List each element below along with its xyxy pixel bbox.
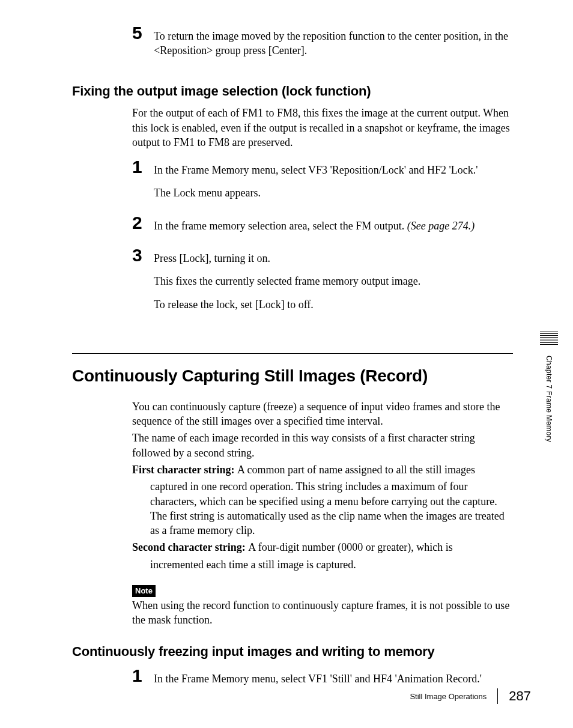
step-result: The Lock menu appears.: [154, 186, 513, 200]
page-footer: Still Image Operations 287: [410, 687, 531, 705]
step-body: Press [Lock], turning it on. This fixes …: [154, 246, 513, 320]
note-body: When using the record function to contin…: [132, 598, 513, 628]
heading-lock-function: Fixing the output image selection (lock …: [72, 82, 513, 100]
step-body: In the frame memory selection area, sele…: [154, 214, 513, 241]
step-text: To return the image moved by the reposit…: [154, 29, 513, 58]
step-body: In the Frame Memory menu, select VF3 'Re…: [154, 158, 513, 209]
def-second-body: incremented each time a still image is c…: [150, 557, 513, 572]
def-term: First character string:: [132, 464, 237, 476]
record-body: You can continuously capture (freeze) a …: [132, 399, 513, 627]
footer-section-title: Still Image Operations: [410, 691, 487, 702]
step-number: 3: [132, 246, 154, 264]
page-reference: (See page 274.): [407, 220, 474, 232]
def-inline: A four-digit number (0000 or greater), w…: [248, 541, 453, 553]
step-5: 5 To return the image moved by the repos…: [132, 24, 513, 67]
footer-divider: [497, 688, 498, 704]
footer-page-number: 287: [509, 687, 531, 705]
step-text: In the Frame Memory menu, select VF3 'Re…: [154, 163, 513, 177]
heading-freeze: Continuously freezing input images and w…: [72, 643, 513, 661]
def-second-string: Second character string: A four-digit nu…: [132, 540, 513, 554]
note-label: Note: [132, 585, 156, 597]
lock-step-2: 2 In the frame memory selection area, se…: [132, 214, 513, 241]
step-number: 5: [132, 24, 154, 42]
step-text: Press [Lock], turning it on.: [154, 251, 513, 265]
record-p1: You can continuously capture (freeze) a …: [132, 399, 513, 429]
step-number: 1: [132, 158, 154, 176]
page: Chapter 7 Frame Memory 5 To return the i…: [0, 0, 573, 723]
def-first-body: captured in one record operation. This s…: [150, 479, 513, 538]
step-number: 1: [132, 667, 154, 685]
def-first-string: First character string: A common part of…: [132, 463, 513, 477]
step-number: 2: [132, 214, 154, 232]
step-body: To return the image moved by the reposit…: [154, 24, 513, 67]
lock-step-1: 1 In the Frame Memory menu, select VF3 '…: [132, 158, 513, 209]
step-text: In the frame memory selection area, sele…: [154, 219, 513, 233]
lock-intro-block: For the output of each of FM1 to FM8, th…: [132, 106, 513, 320]
record-p2: The name of each image recorded in this …: [132, 431, 513, 460]
lock-intro: For the output of each of FM1 to FM8, th…: [132, 106, 513, 150]
step-result-1: This fixes the currently selected frame …: [154, 274, 513, 288]
def-term: Second character string:: [132, 541, 248, 553]
lock-step-3: 3 Press [Lock], turning it on. This fixe…: [132, 246, 513, 320]
sidebar-chapter-label: Chapter 7 Frame Memory: [544, 356, 554, 442]
step-text: In the Frame Memory menu, select VF1 'St…: [154, 672, 513, 686]
sidebar-thumb-index: Chapter 7 Frame Memory: [536, 332, 562, 442]
sidebar-hash-lines: [540, 332, 558, 345]
def-inline: A common part of name assigned to all th…: [237, 464, 475, 476]
section-record: Continuously Capturing Still Images (Rec…: [72, 353, 513, 387]
step-result-2: To release the lock, set [Lock] to off.: [154, 297, 513, 312]
heading-record: Continuously Capturing Still Images (Rec…: [72, 353, 513, 387]
